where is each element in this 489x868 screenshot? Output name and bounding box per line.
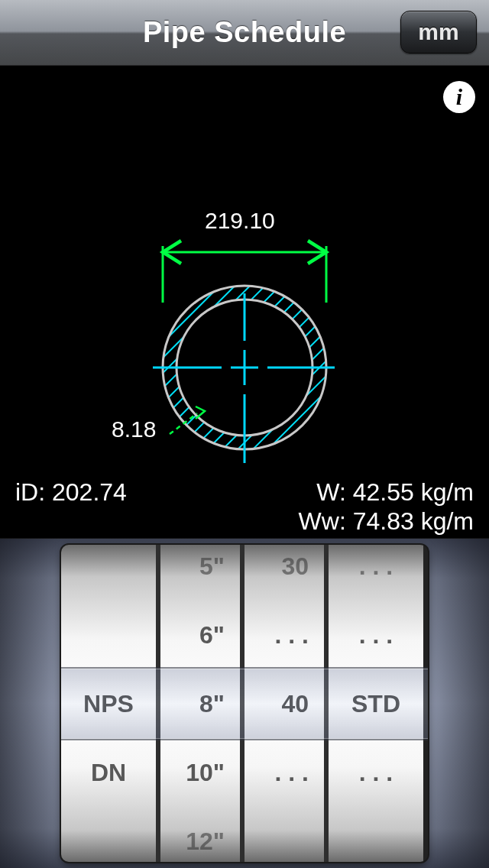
picker-item[interactable] xyxy=(61,601,156,669)
picker-item[interactable]: NPS xyxy=(61,669,156,738)
picker-item[interactable]: DN xyxy=(61,738,156,807)
picker-column-schedule-num[interactable]: 30 . . . 40 . . . xyxy=(244,545,329,862)
picker-item[interactable] xyxy=(61,545,156,601)
picker-item[interactable] xyxy=(61,807,156,862)
picker-item[interactable]: 30 xyxy=(244,545,313,601)
picker-item[interactable]: . . . xyxy=(329,545,423,601)
unit-toggle-button[interactable]: mm xyxy=(400,11,477,53)
picker-item[interactable]: 12" xyxy=(160,807,229,862)
wall-thickness-value: 8.18 xyxy=(112,416,156,442)
picker-item[interactable]: 10" xyxy=(160,738,229,807)
pipe-cross-section-diagram xyxy=(0,66,489,538)
picker-column-schedule-name[interactable]: . . . . . . STD . . . xyxy=(329,545,423,862)
picker-column-standard[interactable]: NPS DN xyxy=(61,545,160,862)
picker-item[interactable]: 8" xyxy=(160,669,229,738)
weight-readout: W: 42.55 kg/m xyxy=(316,478,474,507)
picker-item[interactable]: . . . xyxy=(244,738,313,807)
picker-item[interactable]: 5" xyxy=(160,545,229,601)
outer-diameter-value: 219.10 xyxy=(205,208,275,234)
picker-item[interactable]: STD xyxy=(329,669,423,738)
picker-frame: NPS DN 5" 6" 8" 10" 12" 30 . . . 40 . . … xyxy=(61,545,428,862)
picker-item[interactable]: 40 xyxy=(244,669,313,738)
picker-item[interactable]: . . . xyxy=(244,601,313,669)
picker-item[interactable]: . . . xyxy=(329,601,423,669)
picker-item[interactable] xyxy=(244,807,313,862)
picker-area: NPS DN 5" 6" 8" 10" 12" 30 . . . 40 . . … xyxy=(0,538,489,868)
page-title: Pipe Schedule xyxy=(143,16,346,49)
water-weight-readout: Ww: 74.83 kg/m xyxy=(299,507,474,536)
inner-diameter-readout: iD: 202.74 xyxy=(15,478,127,507)
picker-item[interactable]: 6" xyxy=(160,601,229,669)
picker-item[interactable] xyxy=(329,807,423,862)
picker-column-size[interactable]: 5" 6" 8" 10" 12" xyxy=(160,545,244,862)
header-bar: Pipe Schedule mm xyxy=(0,0,489,66)
picker-item[interactable]: . . . xyxy=(329,738,423,807)
pipe-diagram-area: i xyxy=(0,66,489,538)
